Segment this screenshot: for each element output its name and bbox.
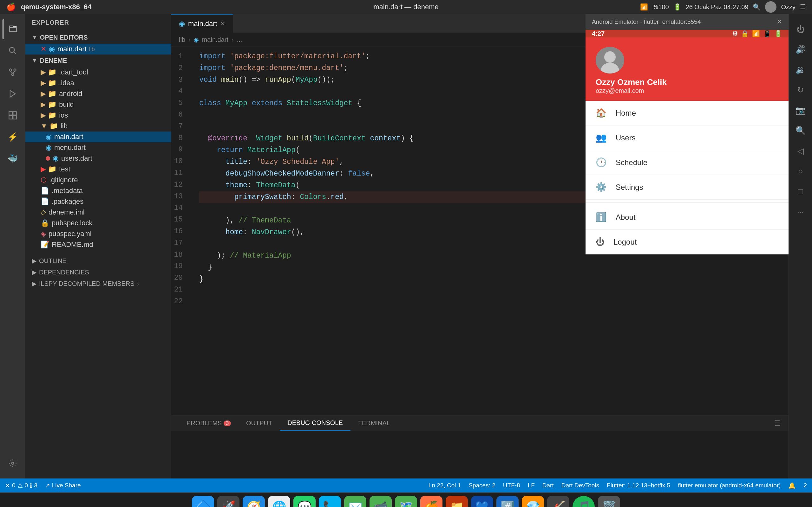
logout-icon: ⏻ [596,237,605,247]
menu-item-settings[interactable]: ⚙️ Settings [586,175,789,200]
android-back-button[interactable]: ◁ [612,255,626,255]
circle-icon[interactable]: ○ [792,162,809,180]
dock-chrome[interactable]: 🌐 [268,496,290,507]
settings-icon[interactable] [3,453,23,473]
menu-item-schedule[interactable]: 🕐 Schedule [586,150,789,175]
extensions-icon[interactable] [3,105,23,125]
battery-icon: 🔋 [673,3,681,11]
screenshot-icon[interactable]: 📷 [792,101,809,119]
power-tool-icon[interactable]: ⏻ [792,20,809,38]
maps-icon: 🗺️ [399,500,413,507]
tab-main-dart[interactable]: ◉ main.dart ✕ [171,14,233,33]
open-editor-main-dart[interactable]: ✕ ◉ main.dart lib [26,44,171,55]
dependencies-section[interactable]: ▶ DEPENDENCIES [26,267,171,278]
dock-trash[interactable]: 🗑️ [598,496,620,507]
tree-item-build[interactable]: ▶ 📁 build [26,99,171,110]
debug-icon[interactable] [3,83,23,104]
status-live-share[interactable]: ↗ Live Share [45,482,81,489]
tree-item-test[interactable]: ▶ 📁 test [26,164,171,175]
bell-icon[interactable]: 🔔 [788,482,796,489]
tab-terminal[interactable]: TERMINAL [351,415,398,431]
apple-icon[interactable]: 🍎 [6,3,16,11]
dock-spotify[interactable]: 🎵 [572,496,595,507]
tree-item-name: .idea [59,79,74,87]
tree-item-main-dart[interactable]: ◉ main.dart [26,131,171,142]
flutter-icon[interactable]: ⚡ [3,127,23,147]
tree-item-lib[interactable]: ▼ 📁 lib [26,121,171,131]
menu-icon[interactable]: ☰ [800,3,806,11]
menu-item-about[interactable]: ℹ️ About [586,205,789,230]
settings-icon[interactable]: ⚙ [732,30,738,38]
tree-item-readme[interactable]: 📝 README.md [26,239,171,250]
tree-item-menu-dart[interactable]: ◉ menu.dart [26,142,171,153]
tree-item-android[interactable]: ▶ 📁 android [26,89,171,99]
deneme-arrow: ▼ [32,57,38,64]
panel-more-icon[interactable]: ☰ [774,419,781,428]
emulator-titlebar: Android Emulator - flutter_emulator:5554… [586,14,789,30]
menu-item-users[interactable]: 👥 Users [586,125,789,150]
dock-whatsapp[interactable]: 💬 [293,496,316,507]
search-icon[interactable] [3,41,23,61]
code-line-21 [199,285,781,297]
tree-item-name: lib [61,122,67,130]
open-editors-section[interactable]: ▼ OPEN EDITORS [26,32,171,44]
dock-safari[interactable]: 🧭 [243,496,265,507]
dock-launchpad[interactable]: 🚀 [217,496,240,507]
menu-label-schedule: Schedule [616,158,647,167]
android-recents-button[interactable]: ■ [748,255,762,255]
svg-point-12 [11,462,14,464]
status-errors[interactable]: ✕ 0 ⚠ 0 ℹ 3 [5,482,38,489]
status-bar: ✕ 0 ⚠ 0 ℹ 3 ↗ Live Share Ln 22, Col 1 Sp… [0,478,812,493]
explorer-icon[interactable] [3,19,23,39]
dock-maps[interactable]: 🗺️ [395,496,417,507]
drawer-header: Ozzy Ozmen Celik ozzy@email.com [586,38,789,101]
dock-skype[interactable]: 📞 [319,496,341,507]
android-home-button[interactable]: ● [680,255,694,255]
search-icon[interactable]: 🔍 [753,3,761,11]
live-share-icon: ↗ [45,482,50,489]
tree-item-pubspec-lock[interactable]: 🔒 pubspec.lock [26,218,171,228]
square-icon[interactable]: □ [792,182,809,200]
spaces-label: Spaces: 2 [468,482,496,489]
tree-item-idea[interactable]: ▶ 📁 .idea [26,78,171,89]
docker-icon[interactable]: 🐳 [3,148,23,169]
dock-sketch[interactable]: 💎 [522,496,544,507]
zoom-icon[interactable]: 🔍 [792,122,809,139]
dock-vscode[interactable]: 💙 [471,496,493,507]
emulator-close-button[interactable]: ✕ [776,18,782,26]
tree-item-ios[interactable]: ▶ 📁 ios [26,110,171,121]
dock-messages[interactable]: ✉️ [344,496,366,507]
tree-item-dart-tool[interactable]: ▶ 📁 .dart_tool [26,67,171,78]
language-label: Dart [542,482,554,489]
tree-item-iml[interactable]: ◇ deneme.iml [26,207,171,218]
source-control-icon[interactable] [3,62,23,82]
tab-output[interactable]: OUTPUT [239,415,280,431]
tree-item-packages[interactable]: 📄 .packages [26,196,171,207]
dock-instruments[interactable]: 🎸 [547,496,569,507]
dock-finder[interactable]: 🔷 [192,496,214,507]
volume-up-icon[interactable]: 🔊 [792,41,809,58]
tree-item-pubspec-yaml[interactable]: ◈ pubspec.yaml [26,228,171,239]
tree-item-gitignore[interactable]: ⬡ .gitignore [26,175,171,185]
outline-section[interactable]: ▶ OUTLINE [26,255,171,267]
more-tool-icon[interactable]: ··· [792,203,809,221]
tree-item-users-dart[interactable]: ◉ users.dart [26,153,171,164]
tree-item-metadata[interactable]: 📄 .metadata [26,185,171,196]
code-line-20: } [199,274,781,285]
dock-mattermost[interactable]: #️⃣ [496,496,519,507]
rotate-icon[interactable]: ↻ [792,81,809,99]
tab-close-button[interactable]: ✕ [220,20,225,27]
menu-item-home[interactable]: 🏠 Home [586,101,789,125]
dock-filezilla[interactable]: 📁 [446,496,468,507]
tab-debug-console[interactable]: DEBUG CONSOLE [280,415,350,431]
dock-facetime[interactable]: 📹 [369,496,392,507]
tab-problems[interactable]: PROBLEMS 3 [179,415,239,431]
volume-down-icon[interactable]: 🔉 [792,61,809,78]
back-icon[interactable]: ◁ [792,142,809,160]
svg-point-4 [11,73,14,76]
ilspy-section[interactable]: ▶ ILSPY DECOMPILED MEMBERS › [26,278,171,289]
dock-fruitstand[interactable]: 🍊 [420,496,443,507]
deneme-section[interactable]: ▼ DENEME [26,55,171,67]
close-icon[interactable]: ✕ [41,45,46,53]
menu-item-logout[interactable]: ⏻ Logout [586,230,789,255]
